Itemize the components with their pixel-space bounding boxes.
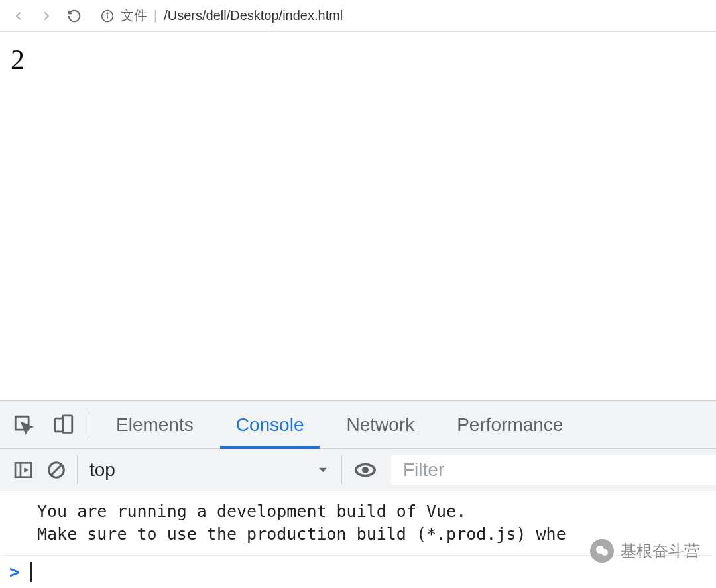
tab-network-label: Network [346, 414, 414, 436]
console-sidebar-toggle[interactable] [7, 449, 40, 491]
context-label: top [90, 459, 115, 481]
address-bar[interactable]: 文件 | /Users/dell/Desktop/index.html [91, 7, 708, 25]
back-button[interactable] [8, 5, 29, 27]
svg-rect-5 [63, 415, 72, 432]
devtools-tabbar: Elements Console Network Performance [0, 401, 716, 449]
url-path: /Users/dell/Desktop/index.html [164, 8, 343, 23]
watermark-text: 基根奋斗营 [621, 540, 700, 561]
console-toolbar: top [0, 449, 716, 491]
url-divider: | [154, 8, 157, 23]
forward-button[interactable] [36, 5, 57, 27]
clear-console-button[interactable] [40, 449, 73, 491]
text-cursor [30, 562, 32, 582]
url-protocol-label: 文件 [121, 7, 147, 25]
info-icon [101, 9, 114, 23]
tab-console[interactable]: Console [215, 401, 326, 449]
tab-performance-label: Performance [457, 414, 563, 436]
tab-elements-label: Elements [116, 414, 194, 436]
svg-line-9 [52, 465, 62, 475]
live-expression-button[interactable] [349, 449, 382, 491]
svg-point-2 [107, 13, 108, 14]
device-toolbar-button[interactable] [44, 401, 84, 449]
tab-network[interactable]: Network [325, 401, 436, 449]
page-viewport: 2 [0, 32, 716, 400]
browser-toolbar: 文件 | /Users/dell/Desktop/index.html [0, 0, 716, 32]
tab-console-label: Console [236, 414, 304, 436]
svg-point-13 [601, 549, 608, 556]
inspect-element-button[interactable] [4, 401, 44, 449]
execution-context-selector[interactable]: top [77, 455, 342, 485]
watermark: 基根奋斗营 [590, 539, 700, 563]
page-content-text: 2 [11, 44, 705, 76]
filter-input[interactable] [391, 455, 716, 485]
tab-elements[interactable]: Elements [95, 401, 215, 449]
tab-performance[interactable]: Performance [436, 401, 584, 449]
divider [89, 412, 90, 438]
svg-point-11 [362, 467, 369, 473]
dropdown-icon [316, 463, 329, 477]
reload-button[interactable] [64, 5, 85, 27]
svg-rect-6 [15, 463, 31, 477]
wechat-icon [590, 539, 614, 563]
prompt-caret-icon: > [9, 562, 20, 582]
